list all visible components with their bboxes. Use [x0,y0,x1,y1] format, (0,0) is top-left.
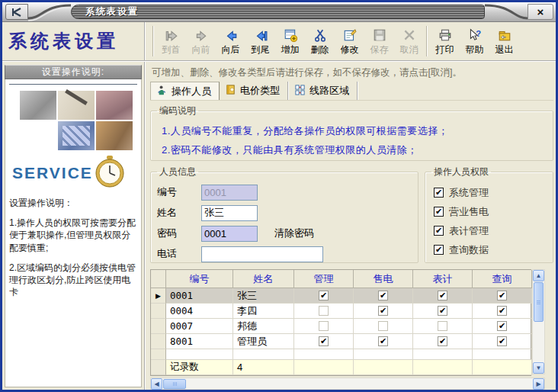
cell-check[interactable]: ✔ [413,288,473,304]
cell-name[interactable]: 李四 [233,304,294,319]
checkbox-icon[interactable]: ✔ [434,245,444,255]
checkbox-icon[interactable]: ✔ [319,291,329,300]
cell-name[interactable]: 张三 [233,288,294,304]
close-button[interactable]: × [528,4,553,20]
tab-book[interactable]: 电价类型 [220,82,289,100]
svg-text:?: ? [476,28,481,37]
operators-table[interactable]: 编号姓名管理售电表计查询▶0001张三✔✔✔✔0004李四✔✔✔0007邦德✔8… [150,269,531,376]
checkbox-icon[interactable]: ✔ [319,336,329,346]
checkbox-icon[interactable]: ✔ [434,226,444,236]
checkbox-icon[interactable]: ✔ [438,336,447,346]
vertical-scrollbar[interactable]: ▲ ▼ [532,269,545,374]
cell-id[interactable]: 0007 [166,319,233,334]
cell-check[interactable] [354,319,413,334]
cell-id[interactable]: 0004 [166,304,233,319]
cell-check[interactable]: ✔ [413,304,473,319]
cell-check[interactable] [294,304,354,319]
exit-button[interactable]: 退出 [489,24,519,58]
clear-password-label[interactable]: 清除密码 [274,227,314,240]
scroll-left-button[interactable]: ◀ [151,378,162,390]
checkbox-icon[interactable]: ✔ [378,306,388,316]
permission-item[interactable]: ✔查询数据 [434,243,547,256]
checkbox-icon[interactable]: ✔ [497,321,507,331]
permission-item[interactable]: ✔系统管理 [434,186,547,199]
scroll-down-button[interactable]: ▼ [533,362,544,374]
column-header[interactable]: 编号 [166,270,233,288]
checkbox-icon[interactable]: ✔ [497,336,507,346]
permission-item[interactable]: ✔表计管理 [434,224,547,237]
scroll-right-button[interactable]: ▶ [533,378,544,390]
checkbox-icon[interactable] [319,306,329,316]
cell-name[interactable]: 管理员 [233,334,294,349]
field-row: 密码清除密码 [157,225,412,242]
column-header[interactable]: 管理 [294,270,354,288]
print-button[interactable]: 打印 [430,24,460,58]
phone-field[interactable] [201,246,323,262]
checkbox-icon[interactable] [319,321,329,331]
checkbox-icon[interactable]: ✔ [438,291,447,300]
cell-id[interactable]: 0001 [166,288,233,304]
first-icon [165,28,178,44]
checkbox-icon[interactable]: ✔ [497,306,507,316]
cancel-button: 取消 [394,24,424,58]
table-row[interactable]: ▶0001张三✔✔✔✔ [151,288,531,304]
cell-check[interactable]: ✔ [473,334,532,349]
column-header[interactable]: 表计 [413,270,473,288]
row-selector[interactable] [151,319,166,334]
checkbox-icon[interactable] [378,321,388,331]
table-row[interactable]: 0007邦德✔ [151,319,531,334]
next-icon [224,28,238,44]
cell-check[interactable]: ✔ [354,334,413,349]
column-header[interactable]: 查询 [473,270,532,288]
vertical-scroll-thumb[interactable] [534,282,544,322]
checkbox-icon[interactable] [438,321,447,331]
scroll-up-button[interactable]: ▲ [533,270,544,281]
cell-check[interactable] [413,319,473,334]
cell-check[interactable]: ✔ [473,288,532,304]
cell-check[interactable] [294,319,354,334]
row-selector[interactable]: ▶ [151,288,166,304]
permissions-title: 操作人员权限 [431,165,491,178]
form-row: 人员信息 编号姓名密码清除密码电话 操作人员权限 ✔系统管理✔营业售电✔表计管理… [150,165,553,263]
name-field[interactable] [201,205,258,221]
checkbox-icon[interactable]: ✔ [378,336,388,346]
pen-photo [58,91,95,120]
tab-person[interactable]: 操作人员 [150,82,220,100]
delete-button[interactable]: 删除 [305,24,335,58]
cell-check[interactable]: ✔ [354,288,413,304]
permission-item[interactable]: ✔营业售电 [434,205,547,218]
table-row[interactable]: 0004李四✔✔✔ [151,304,531,319]
add-button[interactable]: 增加 [275,24,305,58]
checkbox-icon[interactable]: ✔ [434,188,444,198]
horizontal-scrollbar[interactable]: ◀ ▶ [150,378,545,390]
tools-photo [20,91,56,120]
cell-id[interactable]: 8001 [166,334,233,349]
row-selector[interactable] [151,304,166,319]
next-button[interactable]: 向后 [216,24,245,58]
cell-check[interactable]: ✔ [294,334,354,349]
table-footer-row: 记录数4 [151,360,531,375]
toolbar-separator [426,26,428,56]
help-button[interactable]: ?帮助 [460,24,489,58]
checkbox-icon[interactable]: ✔ [497,291,507,300]
row-selector[interactable] [151,334,166,349]
cell-check[interactable]: ✔ [294,288,354,304]
cell-name[interactable]: 邦德 [233,319,294,334]
checkbox-icon[interactable]: ✔ [378,291,388,300]
password-field[interactable] [201,226,258,242]
cell-check[interactable]: ✔ [413,334,473,349]
tab-pages[interactable]: 线路区域 [289,82,358,100]
cell-check[interactable]: ✔ [473,319,532,334]
cell-check[interactable]: ✔ [354,304,413,319]
horizontal-scroll-thumb[interactable] [163,379,186,389]
edit-button[interactable]: 修改 [335,24,364,58]
last-button[interactable]: 到尾 [245,24,275,58]
files-photo [96,121,133,150]
checkbox-icon[interactable]: ✔ [434,207,444,217]
column-header[interactable]: 姓名 [233,270,294,288]
cell-check[interactable]: ✔ [473,304,532,319]
pens-photo [96,91,133,120]
table-row[interactable]: 8001管理员✔✔✔✔ [151,334,531,349]
checkbox-icon[interactable]: ✔ [438,306,447,316]
column-header[interactable]: 售电 [354,270,413,288]
